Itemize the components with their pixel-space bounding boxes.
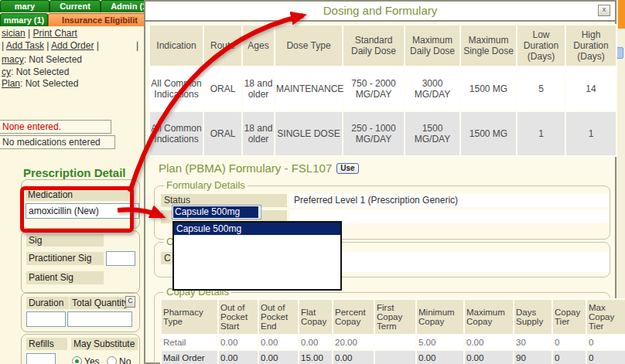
duration-input[interactable] [26, 311, 66, 327]
column-header: Maximum Copay [465, 300, 513, 334]
dose-header-row: Indication Route Ages Dose Type Standard… [150, 26, 616, 66]
may-substitute-label: May Substitute [71, 338, 138, 350]
substitute-radios: Yes No [72, 354, 131, 364]
status-value: Preferred Level 1 (Prescription Generic) [289, 194, 610, 207]
tab-summary[interactable]: mmary (1) [0, 13, 48, 26]
table-cell: 1500 MG/DAY [405, 112, 459, 155]
column-header: Copay Tier [553, 300, 586, 334]
link-line-tasks: | Add Task | Add Order | [2, 40, 99, 51]
plan-heading-text: Plan (PBMA) Formulary - FSL107 [159, 162, 332, 175]
close-button[interactable]: x [598, 5, 610, 16]
plan-link[interactable]: Plan [2, 78, 20, 89]
table-cell: 750 - 2000 MG/DAY [343, 67, 404, 111]
table-cell: 0.00 [333, 351, 374, 364]
table-cell: 1 [517, 112, 565, 155]
dropdown-option[interactable]: Capsule 500mg [174, 223, 340, 235]
practitioner-sig-input[interactable] [106, 251, 135, 266]
table-cell: 0 [587, 351, 625, 364]
sig-header: Sig [26, 234, 104, 247]
tab-summary-top[interactable]: mary [0, 0, 50, 12]
patient-sig-label: Patient Sig [26, 271, 104, 284]
column-header: Minimum Copay [417, 300, 463, 334]
column-header: Max Copay Tier [587, 300, 625, 334]
table-cell: MAINTENANCE [275, 67, 342, 111]
tab-insurance-eligibility[interactable]: Insurance Eligibilit [48, 13, 152, 26]
calculator-button[interactable]: C [125, 296, 135, 308]
tab-current[interactable]: Current [50, 0, 101, 12]
table-cell: 1500 MG [461, 67, 516, 111]
practitioner-sig-label: Practitioner Sig [26, 252, 104, 265]
physician-link[interactable]: sician [2, 28, 26, 39]
cy-status: : Not Selected [11, 66, 69, 77]
table-cell: 0 [553, 351, 586, 364]
table-cell: 5 [517, 67, 565, 111]
table-cell: ORAL [204, 67, 241, 111]
annotation-highlight-box [20, 186, 134, 233]
column-header: Out of Pocket End [259, 300, 298, 334]
dose-form-combobox[interactable]: Capsule 500mg [172, 205, 261, 219]
add-task-link[interactable]: Add Task [6, 40, 44, 51]
radio-no-label[interactable]: No [119, 356, 131, 364]
dialog-title: Dosing and Formulary [145, 2, 615, 22]
copay-table: Pharmacy Type Out of Pocket Start Out of… [160, 298, 625, 364]
table-cell: 5.00 [417, 335, 463, 349]
column-header: Standard Daily Dose [343, 26, 404, 66]
radio-no-icon[interactable] [107, 356, 117, 364]
refills-input[interactable] [26, 353, 56, 364]
table-cell: 90 [514, 351, 552, 364]
screen: mary Current Admin (1) mmary (1) Insuran… [0, 0, 625, 364]
table-cell: 30 [514, 335, 552, 349]
table-cell: 0.00 [259, 335, 298, 349]
medications-alert: No medications entered [0, 135, 115, 149]
table-cell: 0 [587, 335, 625, 349]
separator: | [136, 40, 138, 51]
table-cell [375, 351, 415, 364]
copay-header-row: Pharmacy Type Out of Pocket Start Out of… [162, 300, 625, 334]
column-header: Pharmacy Type [162, 300, 217, 334]
refills-label: Refills [26, 338, 67, 350]
table-cell: All Common Indications [150, 112, 203, 155]
table-cell: 0.00 [299, 335, 332, 349]
table-cell: 14 [566, 67, 616, 111]
table-cell: 18 and older [243, 67, 274, 111]
table-cell: 0 [553, 335, 586, 349]
use-button[interactable]: Use [336, 163, 358, 174]
table-row: All Common Indications ORAL 18 and older… [150, 112, 616, 155]
table-cell: 20.00 [333, 335, 374, 349]
separator: | [26, 28, 33, 39]
combobox-selected-value: Capsule 500mg [173, 206, 258, 218]
table-cell: 0.00 [465, 335, 513, 349]
duration-label: Duration [26, 297, 69, 309]
column-header: Route [204, 26, 241, 66]
table-cell: ORAL [204, 112, 241, 155]
table-cell: 3000 MG/DAY [405, 67, 459, 111]
scrollbar-thumb-icon[interactable] [616, 47, 623, 59]
column-header: High Duration (Days) [566, 26, 616, 66]
orange-tab-edge [618, 0, 625, 29]
column-header: Low Duration (Days) [517, 26, 565, 66]
cy-link[interactable]: cy [2, 66, 11, 77]
add-order-link[interactable]: Add Order [51, 40, 94, 51]
radio-yes-icon[interactable] [72, 356, 82, 364]
close-icon: x [603, 5, 606, 13]
link-line-plan: Plan: Not Selected [2, 78, 78, 89]
column-header: Ages [243, 26, 274, 66]
radio-yes-label[interactable]: Yes [84, 356, 100, 364]
print-chart-link[interactable]: Print Chart [32, 28, 77, 39]
formulary-details-legend: Formulary Details [164, 180, 248, 191]
table-cell: Mail Order [162, 351, 217, 364]
table-row: Retail 0.00 0.00 0.00 20.00 5.00 0.00 30… [162, 335, 625, 349]
table-cell: All Common Indications [150, 67, 203, 111]
total-quantity-input[interactable] [67, 311, 132, 327]
link-line-physician: sician | Print Chart [2, 28, 77, 39]
pharmacy-link[interactable]: macy [2, 54, 24, 65]
table-cell: 0.00 [219, 351, 258, 364]
table-cell: 0.00 [465, 351, 513, 364]
column-header: Maximum Daily Dose [405, 26, 459, 66]
table-cell: 0.00 [219, 335, 258, 349]
table-cell [375, 335, 415, 349]
table-cell: 1500 MG [461, 112, 516, 155]
plan-status: : Not Selected [20, 78, 78, 89]
separator: | [44, 40, 51, 51]
prescription-detail-title: Prescription Detail [23, 166, 126, 179]
